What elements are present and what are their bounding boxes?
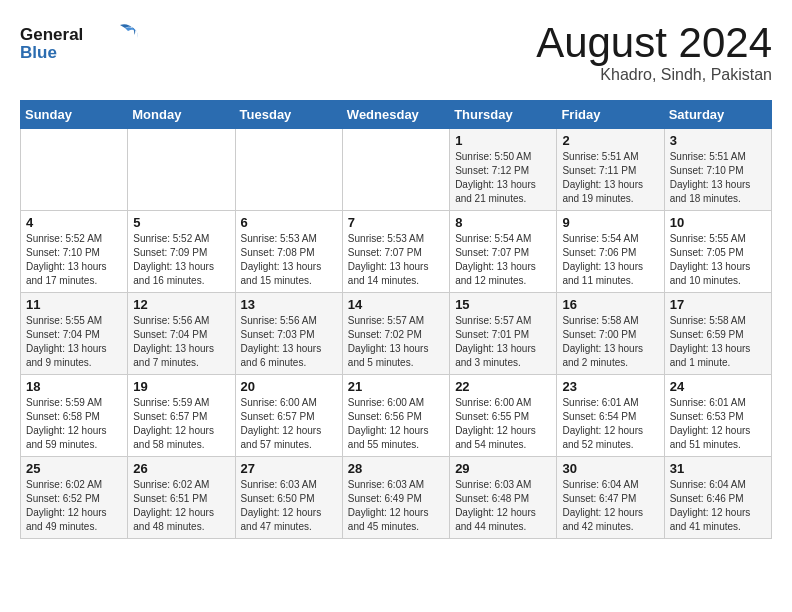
day-info: Sunrise: 6:04 AMSunset: 6:47 PMDaylight:… <box>562 478 658 534</box>
calendar-cell <box>235 129 342 211</box>
day-info: Sunrise: 6:01 AMSunset: 6:54 PMDaylight:… <box>562 396 658 452</box>
calendar-cell: 10Sunrise: 5:55 AMSunset: 7:05 PMDayligh… <box>664 211 771 293</box>
day-info: Sunrise: 5:57 AMSunset: 7:01 PMDaylight:… <box>455 314 551 370</box>
day-number: 7 <box>348 215 444 230</box>
page-header: General Blue August 2024 Khadro, Sindh, … <box>20 20 772 84</box>
day-info: Sunrise: 5:59 AMSunset: 6:58 PMDaylight:… <box>26 396 122 452</box>
calendar-cell: 5Sunrise: 5:52 AMSunset: 7:09 PMDaylight… <box>128 211 235 293</box>
day-info: Sunrise: 6:03 AMSunset: 6:49 PMDaylight:… <box>348 478 444 534</box>
svg-text:General: General <box>20 25 83 44</box>
day-number: 27 <box>241 461 337 476</box>
day-number: 10 <box>670 215 766 230</box>
day-number: 16 <box>562 297 658 312</box>
day-number: 19 <box>133 379 229 394</box>
day-info: Sunrise: 6:00 AMSunset: 6:57 PMDaylight:… <box>241 396 337 452</box>
calendar-cell: 25Sunrise: 6:02 AMSunset: 6:52 PMDayligh… <box>21 457 128 539</box>
day-info: Sunrise: 6:04 AMSunset: 6:46 PMDaylight:… <box>670 478 766 534</box>
day-number: 29 <box>455 461 551 476</box>
calendar-cell: 11Sunrise: 5:55 AMSunset: 7:04 PMDayligh… <box>21 293 128 375</box>
calendar-cell: 8Sunrise: 5:54 AMSunset: 7:07 PMDaylight… <box>450 211 557 293</box>
day-info: Sunrise: 5:58 AMSunset: 7:00 PMDaylight:… <box>562 314 658 370</box>
calendar-cell: 22Sunrise: 6:00 AMSunset: 6:55 PMDayligh… <box>450 375 557 457</box>
day-number: 18 <box>26 379 122 394</box>
calendar-cell: 21Sunrise: 6:00 AMSunset: 6:56 PMDayligh… <box>342 375 449 457</box>
day-number: 26 <box>133 461 229 476</box>
calendar-cell: 23Sunrise: 6:01 AMSunset: 6:54 PMDayligh… <box>557 375 664 457</box>
day-info: Sunrise: 5:54 AMSunset: 7:06 PMDaylight:… <box>562 232 658 288</box>
header-row: SundayMondayTuesdayWednesdayThursdayFrid… <box>21 101 772 129</box>
calendar-cell: 16Sunrise: 5:58 AMSunset: 7:00 PMDayligh… <box>557 293 664 375</box>
calendar-cell: 24Sunrise: 6:01 AMSunset: 6:53 PMDayligh… <box>664 375 771 457</box>
calendar-cell: 2Sunrise: 5:51 AMSunset: 7:11 PMDaylight… <box>557 129 664 211</box>
day-info: Sunrise: 5:56 AMSunset: 7:03 PMDaylight:… <box>241 314 337 370</box>
day-number: 4 <box>26 215 122 230</box>
day-number: 2 <box>562 133 658 148</box>
day-number: 22 <box>455 379 551 394</box>
location: Khadro, Sindh, Pakistan <box>536 66 772 84</box>
calendar-cell: 4Sunrise: 5:52 AMSunset: 7:10 PMDaylight… <box>21 211 128 293</box>
day-info: Sunrise: 5:52 AMSunset: 7:09 PMDaylight:… <box>133 232 229 288</box>
calendar-cell: 14Sunrise: 5:57 AMSunset: 7:02 PMDayligh… <box>342 293 449 375</box>
day-number: 6 <box>241 215 337 230</box>
day-info: Sunrise: 5:55 AMSunset: 7:05 PMDaylight:… <box>670 232 766 288</box>
day-info: Sunrise: 5:58 AMSunset: 6:59 PMDaylight:… <box>670 314 766 370</box>
week-row-5: 25Sunrise: 6:02 AMSunset: 6:52 PMDayligh… <box>21 457 772 539</box>
calendar-cell <box>128 129 235 211</box>
day-number: 9 <box>562 215 658 230</box>
calendar-cell: 12Sunrise: 5:56 AMSunset: 7:04 PMDayligh… <box>128 293 235 375</box>
calendar-cell: 26Sunrise: 6:02 AMSunset: 6:51 PMDayligh… <box>128 457 235 539</box>
day-info: Sunrise: 5:51 AMSunset: 7:11 PMDaylight:… <box>562 150 658 206</box>
day-header-saturday: Saturday <box>664 101 771 129</box>
calendar-cell: 3Sunrise: 5:51 AMSunset: 7:10 PMDaylight… <box>664 129 771 211</box>
day-number: 11 <box>26 297 122 312</box>
day-number: 3 <box>670 133 766 148</box>
calendar-cell: 9Sunrise: 5:54 AMSunset: 7:06 PMDaylight… <box>557 211 664 293</box>
month-title: August 2024 <box>536 20 772 66</box>
logo: General Blue <box>20 20 140 64</box>
calendar-cell: 30Sunrise: 6:04 AMSunset: 6:47 PMDayligh… <box>557 457 664 539</box>
day-info: Sunrise: 6:03 AMSunset: 6:50 PMDaylight:… <box>241 478 337 534</box>
day-number: 25 <box>26 461 122 476</box>
day-header-wednesday: Wednesday <box>342 101 449 129</box>
day-info: Sunrise: 6:00 AMSunset: 6:55 PMDaylight:… <box>455 396 551 452</box>
week-row-1: 1Sunrise: 5:50 AMSunset: 7:12 PMDaylight… <box>21 129 772 211</box>
day-number: 12 <box>133 297 229 312</box>
day-number: 1 <box>455 133 551 148</box>
calendar-cell: 31Sunrise: 6:04 AMSunset: 6:46 PMDayligh… <box>664 457 771 539</box>
calendar-cell: 15Sunrise: 5:57 AMSunset: 7:01 PMDayligh… <box>450 293 557 375</box>
day-header-thursday: Thursday <box>450 101 557 129</box>
day-number: 17 <box>670 297 766 312</box>
calendar-cell <box>342 129 449 211</box>
day-info: Sunrise: 5:50 AMSunset: 7:12 PMDaylight:… <box>455 150 551 206</box>
day-info: Sunrise: 5:56 AMSunset: 7:04 PMDaylight:… <box>133 314 229 370</box>
day-header-sunday: Sunday <box>21 101 128 129</box>
calendar-cell: 28Sunrise: 6:03 AMSunset: 6:49 PMDayligh… <box>342 457 449 539</box>
week-row-3: 11Sunrise: 5:55 AMSunset: 7:04 PMDayligh… <box>21 293 772 375</box>
calendar-cell: 19Sunrise: 5:59 AMSunset: 6:57 PMDayligh… <box>128 375 235 457</box>
week-row-4: 18Sunrise: 5:59 AMSunset: 6:58 PMDayligh… <box>21 375 772 457</box>
calendar-cell: 13Sunrise: 5:56 AMSunset: 7:03 PMDayligh… <box>235 293 342 375</box>
week-row-2: 4Sunrise: 5:52 AMSunset: 7:10 PMDaylight… <box>21 211 772 293</box>
day-info: Sunrise: 5:53 AMSunset: 7:07 PMDaylight:… <box>348 232 444 288</box>
calendar-cell: 29Sunrise: 6:03 AMSunset: 6:48 PMDayligh… <box>450 457 557 539</box>
day-number: 14 <box>348 297 444 312</box>
day-info: Sunrise: 6:03 AMSunset: 6:48 PMDaylight:… <box>455 478 551 534</box>
day-number: 15 <box>455 297 551 312</box>
day-info: Sunrise: 5:55 AMSunset: 7:04 PMDaylight:… <box>26 314 122 370</box>
svg-text:Blue: Blue <box>20 43 57 62</box>
day-number: 8 <box>455 215 551 230</box>
day-number: 13 <box>241 297 337 312</box>
day-info: Sunrise: 6:01 AMSunset: 6:53 PMDaylight:… <box>670 396 766 452</box>
day-info: Sunrise: 6:02 AMSunset: 6:51 PMDaylight:… <box>133 478 229 534</box>
day-number: 28 <box>348 461 444 476</box>
calendar-cell: 20Sunrise: 6:00 AMSunset: 6:57 PMDayligh… <box>235 375 342 457</box>
day-number: 21 <box>348 379 444 394</box>
calendar-table: SundayMondayTuesdayWednesdayThursdayFrid… <box>20 100 772 539</box>
day-info: Sunrise: 5:57 AMSunset: 7:02 PMDaylight:… <box>348 314 444 370</box>
day-header-friday: Friday <box>557 101 664 129</box>
day-number: 24 <box>670 379 766 394</box>
day-header-tuesday: Tuesday <box>235 101 342 129</box>
day-info: Sunrise: 5:59 AMSunset: 6:57 PMDaylight:… <box>133 396 229 452</box>
calendar-cell <box>21 129 128 211</box>
day-number: 5 <box>133 215 229 230</box>
